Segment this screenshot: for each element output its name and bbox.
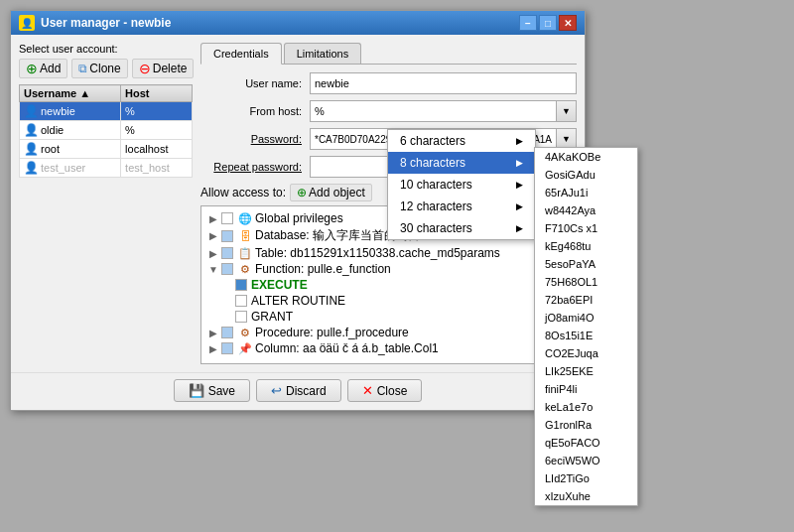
- tree-checkbox[interactable]: [235, 279, 247, 291]
- tree-arrow-icon: ▶: [207, 248, 219, 259]
- password-suggestion-item[interactable]: 5esoPaYA: [535, 255, 637, 273]
- discard-button[interactable]: ↩ Discard: [256, 379, 341, 402]
- tree-arrow-icon: ▶: [207, 230, 219, 241]
- submenu-arrow-icon: ▶: [516, 180, 523, 190]
- char-length-menu-item[interactable]: 6 characters▶: [388, 130, 535, 152]
- tab-bar: Credentials Limitations: [200, 43, 577, 65]
- tree-checkbox[interactable]: [235, 311, 247, 323]
- user-avatar-icon: 👤: [24, 142, 39, 156]
- list-item[interactable]: ▶📋Table: db115291x1150338.cache_md5param…: [205, 245, 572, 261]
- user-toolbar: ⊕ Add ⧉ Clone ⊖ Delete: [19, 59, 193, 78]
- select-user-label: Select user account:: [19, 43, 193, 55]
- tab-limitations[interactable]: Limitations: [284, 43, 362, 64]
- list-item[interactable]: ▶📌Column: aa öäü č á á.b_table.Col1: [205, 340, 572, 356]
- delete-user-button[interactable]: ⊖ Delete: [132, 59, 195, 78]
- char-length-menu-item[interactable]: 10 characters▶: [388, 174, 535, 196]
- password-suggestion-item[interactable]: xIzuXuhe: [535, 487, 637, 505]
- password-suggestion-item[interactable]: keLa1e7o: [535, 398, 637, 416]
- password-suggestion-item[interactable]: 65rAJu1i: [535, 184, 637, 201]
- list-item[interactable]: ALTER ROUTINE: [205, 293, 572, 309]
- proc-icon: ⚙: [237, 326, 253, 339]
- user-table: Username ▲ Host 👤newbie%👤oldie%👤rootloca…: [19, 84, 193, 178]
- tree-item-label: Table: db115291x1150338.cache_md5params: [255, 246, 500, 260]
- password-suggestion-item[interactable]: kEg468tu: [535, 237, 637, 255]
- tree-item-label: GRANT: [251, 310, 293, 324]
- tree-checkbox[interactable]: [221, 247, 233, 259]
- char-length-menu: 6 characters▶8 characters▶10 characters▶…: [387, 129, 536, 240]
- tree-arrow-icon: ▶: [207, 343, 219, 354]
- password-suggestion-item[interactable]: qE5oFACO: [535, 434, 637, 452]
- username-col-header[interactable]: Username ▲: [20, 85, 121, 102]
- save-label: Save: [208, 384, 235, 398]
- password-suggestion-item[interactable]: 8Os15i1E: [535, 327, 637, 344]
- username-input[interactable]: [310, 72, 577, 94]
- col-icon: 📌: [237, 341, 253, 355]
- dialog-close-button[interactable]: ✕: [559, 15, 577, 31]
- discard-icon: ↩: [271, 383, 282, 398]
- password-suggestion-item[interactable]: finiP4li: [535, 380, 637, 398]
- repeat-password-label: Repeat password:: [200, 161, 310, 173]
- table-row[interactable]: 👤rootlocalhost: [20, 140, 193, 159]
- tree-checkbox[interactable]: [235, 295, 247, 307]
- user-avatar-icon: 👤: [24, 104, 39, 118]
- left-panel: Select user account: ⊕ Add ⧉ Clone ⊖ Del…: [19, 43, 193, 364]
- list-item[interactable]: ▼⚙Function: pulle.e_function: [205, 261, 572, 277]
- tree-item-label: EXECUTE: [251, 278, 308, 292]
- tree-item-label: ALTER ROUTINE: [251, 294, 345, 308]
- table-row[interactable]: 👤newbie%: [20, 102, 193, 121]
- password-suggestion-item[interactable]: w8442Aya: [535, 201, 637, 219]
- username-label: User name:: [200, 77, 310, 89]
- password-suggestion-item[interactable]: GosiGAdu: [535, 166, 637, 184]
- tree-checkbox[interactable]: [221, 263, 233, 275]
- table-row[interactable]: 👤oldie%: [20, 121, 193, 140]
- add-icon: ⊕: [26, 62, 38, 75]
- password-suggestion-item[interactable]: 4AKaKOBe: [535, 148, 637, 166]
- add-obj-label: Add object: [309, 186, 365, 200]
- title-icon: 👤: [19, 15, 35, 31]
- password-suggestion-item[interactable]: LId2TiGo: [535, 469, 637, 487]
- tree-checkbox[interactable]: [221, 230, 233, 242]
- clone-user-button[interactable]: ⧉ Clone: [71, 59, 127, 78]
- add-object-button[interactable]: ⊕ Add object: [290, 184, 372, 201]
- list-item[interactable]: ▶⚙Procedure: pulle.f_procedure: [205, 325, 572, 340]
- add-obj-icon: ⊕: [297, 186, 307, 200]
- tree-checkbox[interactable]: [221, 327, 233, 338]
- tree-checkbox[interactable]: [221, 342, 233, 354]
- list-item[interactable]: EXECUTE: [205, 277, 572, 293]
- discard-label: Discard: [286, 384, 327, 398]
- maximize-button[interactable]: □: [539, 15, 557, 31]
- tree-checkbox[interactable]: [221, 212, 233, 224]
- char-length-menu-item[interactable]: 30 characters▶: [388, 217, 535, 239]
- password-suggestion-item[interactable]: LIk25EKE: [535, 362, 637, 380]
- save-button[interactable]: 💾 Save: [174, 379, 250, 402]
- password-suggestion-item[interactable]: CO2EJuqa: [535, 344, 637, 362]
- fromhost-dropdown-button[interactable]: ▼: [557, 100, 577, 122]
- password-label: Password:: [200, 133, 310, 145]
- minimize-button[interactable]: −: [519, 15, 537, 31]
- dialog-title: User manager - newbie: [41, 16, 171, 30]
- add-user-button[interactable]: ⊕ Add: [19, 59, 67, 78]
- password-suggestion-item[interactable]: jO8ami4O: [535, 309, 637, 327]
- char-length-menu-item[interactable]: 8 characters▶: [388, 152, 535, 174]
- host-col-header[interactable]: Host: [121, 85, 193, 102]
- tree-arrow-icon: ▶: [207, 328, 219, 338]
- delete-icon: ⊖: [139, 62, 151, 75]
- list-item[interactable]: GRANT: [205, 309, 572, 325]
- char-length-menu-item[interactable]: 12 characters▶: [388, 196, 535, 217]
- fromhost-row: From host: ▼: [200, 100, 577, 122]
- password-suggestion-item[interactable]: 75H68OL1: [535, 273, 637, 291]
- table-row[interactable]: 👤test_usertest_host: [20, 159, 193, 178]
- password-suggestion-item[interactable]: 6eciW5WO: [535, 452, 637, 469]
- close-button[interactable]: ✕ Close: [347, 379, 423, 402]
- globe-icon: 🌐: [237, 211, 253, 225]
- char-length-label: 6 characters: [400, 134, 465, 148]
- tree-item-label: Global privileges: [255, 211, 343, 225]
- char-length-label: 30 characters: [400, 221, 472, 235]
- password-suggestion-item[interactable]: G1ronlRa: [535, 416, 637, 434]
- fromhost-input[interactable]: [310, 100, 557, 122]
- tab-credentials[interactable]: Credentials: [200, 43, 282, 65]
- password-suggestion-item[interactable]: F710Cs x1: [535, 219, 637, 237]
- user-avatar-icon: 👤: [24, 123, 39, 137]
- password-suggestion-item[interactable]: 72ba6EPI: [535, 291, 637, 309]
- char-length-label: 10 characters: [400, 178, 472, 192]
